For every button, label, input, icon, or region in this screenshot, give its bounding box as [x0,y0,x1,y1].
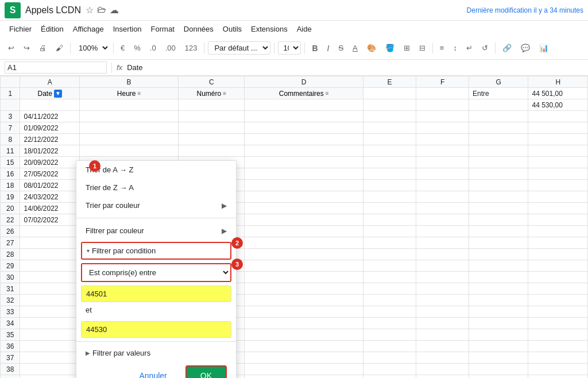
underline-button[interactable]: A [349,41,361,55]
menu-format[interactable]: Format [146,23,179,35]
menu-insertion[interactable]: Insertion [109,23,146,35]
col-header-a[interactable]: A [20,76,79,88]
condition-select-wrapper: Est compris(e) entre Est égal à Est supé… [81,263,231,282]
percent-button[interactable]: % [130,41,144,55]
cell-g1[interactable]: Entre [469,88,528,99]
value2-input[interactable] [81,321,231,338]
row-num-3: 3 [1,111,20,122]
merge-button[interactable]: ⊟ [416,41,429,55]
sort-za-item[interactable]: Trier de Z → A [76,179,236,196]
align-button[interactable]: ≡ [436,41,448,55]
sort-az-item[interactable]: Trier de A → Z [76,161,236,179]
wrap-button[interactable]: ↵ [463,41,476,55]
step-badge-3: 3 [231,259,243,270]
format-num-button[interactable]: 123 [181,41,201,55]
ok-button[interactable]: OK [185,365,227,378]
cell-h1[interactable]: 44 501,00 [528,88,588,99]
value1-input[interactable] [81,286,231,302]
date-11[interactable]: 18/01/2022 [20,145,79,157]
link-button[interactable]: 🔗 [499,41,515,55]
date-15[interactable]: 20/09/2022 [20,157,79,168]
bold-button[interactable]: B [308,41,321,55]
filter-icon-c[interactable]: ≡ [223,90,226,97]
toolbar-sep-5 [304,43,305,54]
zoom-select[interactable]: 100% [74,42,110,54]
decimal-down-button[interactable]: .0 [146,41,160,55]
filter-by-color-arrow: ▶ [222,227,227,235]
menu-aide[interactable]: Aide [292,23,316,35]
filter-icon-d[interactable]: ≡ [326,90,329,97]
font-size-select[interactable]: 10 [278,41,301,55]
undo-button[interactable]: ↩ [5,41,18,55]
doc-icons: ☆ 🗁 ☁ [86,5,119,16]
menu-donnees[interactable]: Données [179,23,218,35]
date-label: Date [38,90,52,98]
filter-condition-section[interactable]: ▾ Filtrer par condition [81,242,231,260]
col-header-g[interactable]: G [469,76,528,88]
font-select[interactable]: Par défaut ... [208,41,270,55]
col-header-h[interactable]: H [528,76,588,88]
table-row-11: 11 18/01/2022 [1,145,588,157]
cell-f1[interactable] [416,88,469,99]
filter-values-section[interactable]: ▶ Filtrer par valeurs [76,345,236,361]
cell-reference[interactable] [5,61,107,74]
sort-by-color-arrow: ▶ [222,202,227,210]
menu-outils[interactable]: Outils [218,23,246,35]
text-color-button[interactable]: 🎨 [363,41,380,55]
value1-wrapper [81,286,231,302]
last-modified[interactable]: Dernière modification il y a 34 minutes [467,6,583,14]
menu-fichier[interactable]: Fichier [5,23,36,35]
date-19[interactable]: 24/03/2022 [20,191,79,203]
strikethrough-button[interactable]: S [335,41,347,55]
condition-select[interactable]: Est compris(e) entre Est égal à Est supé… [82,264,230,281]
print-button[interactable]: 🖨 [36,41,50,55]
redo-button[interactable]: ↪ [20,41,33,55]
borders-button[interactable]: ⊞ [400,41,413,55]
date-22[interactable]: 07/02/2022 [20,214,79,226]
cancel-button[interactable]: Annuler [128,365,179,378]
chart-button[interactable]: 📊 [536,41,552,55]
col-header-c[interactable]: C [179,76,245,88]
date-20[interactable]: 14/06/2022 [20,203,79,214]
header-heure[interactable]: Heure ≡ [79,88,178,99]
filter-by-color-item[interactable]: Filtrer par couleur ▶ [76,222,236,240]
decimal-up-button[interactable]: .00 [162,41,179,55]
sort-by-color-item[interactable]: Trier par couleur ▶ [76,196,236,214]
date-3[interactable]: 04/11/2022 [20,111,79,122]
header-commentaires[interactable]: Commentaires ≡ [245,88,363,99]
fill-color-button[interactable]: 🪣 [382,41,398,55]
date-7[interactable]: 01/09/2022 [20,122,79,134]
filter-active-icon[interactable]: ▼ [54,90,62,98]
divider-1 [76,218,236,218]
dropdown-buttons: Annuler OK [76,361,236,378]
cell-e1[interactable] [363,88,416,99]
formula-bar: fx Date [0,60,588,76]
date-16[interactable]: 27/05/2022 [20,168,79,180]
comment-button[interactable]: 💬 [517,41,533,55]
header-date[interactable]: Date ▼ [20,88,79,99]
cell-h2[interactable]: 44 530,00 [528,99,588,111]
folder-icon[interactable]: 🗁 [97,5,106,16]
top-bar: S Appels LCDN ☆ 🗁 ☁ Dernière modificatio… [0,0,588,21]
menu-extensions[interactable]: Extensions [246,23,292,35]
date-8[interactable]: 22/12/2022 [20,134,79,145]
date-18[interactable]: 08/01/2022 [20,180,79,191]
filter-condition-header[interactable]: ▾ Filtrer par condition [87,246,226,255]
col-header-b[interactable]: B [79,76,178,88]
paint-format-button[interactable]: 🖌 [52,41,67,55]
cloud-icon[interactable]: ☁ [110,5,119,16]
star-icon[interactable]: ☆ [86,5,94,16]
filter-icon-b[interactable]: ≡ [138,90,141,97]
rotate-button[interactable]: ↺ [478,41,492,55]
menu-affichage[interactable]: Affichage [68,23,109,35]
menu-edition[interactable]: Édition [36,23,68,35]
col-header-f[interactable]: F [416,76,469,88]
chevron-down-icon: ▾ [87,248,90,254]
col-header-d[interactable]: D [245,76,363,88]
italic-button[interactable]: I [324,41,333,55]
valign-button[interactable]: ↕ [450,41,461,55]
row-num-2 [1,99,20,111]
col-header-e[interactable]: E [363,76,416,88]
header-numero[interactable]: Numéro ≡ [179,88,245,99]
currency-button[interactable]: € [117,41,128,55]
